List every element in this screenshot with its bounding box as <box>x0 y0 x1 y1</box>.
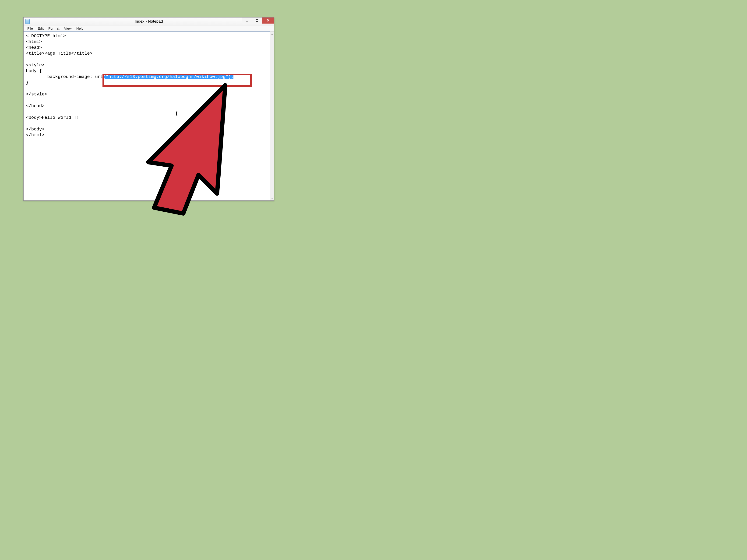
code-line: </html> <box>26 133 45 138</box>
editor-textarea[interactable]: <!DOCTYPE html> <html> <head> <title>Pag… <box>24 31 270 201</box>
minimize-icon <box>246 21 248 22</box>
code-line: </body> <box>26 127 45 132</box>
menu-view[interactable]: View <box>62 26 74 31</box>
code-line: background-image: url <box>26 74 103 79</box>
menu-format[interactable]: Format <box>46 26 62 31</box>
menu-file[interactable]: File <box>25 26 35 31</box>
titlebar[interactable]: Index - Notepad ✕ <box>24 18 274 25</box>
minimize-button[interactable] <box>242 18 252 24</box>
scroll-down-icon[interactable]: ▼ <box>270 196 274 201</box>
code-line: body { <box>26 69 42 74</box>
maximize-button[interactable] <box>252 18 262 24</box>
code-line: <head> <box>26 45 42 50</box>
selected-code: ("http://s13.postimg.org/ha1opcgnr/wikih… <box>103 74 234 79</box>
close-button[interactable]: ✕ <box>262 18 274 24</box>
code-line: <title>Page Title</title> <box>26 51 93 56</box>
close-icon: ✕ <box>266 19 269 22</box>
code-line: </style> <box>26 92 47 97</box>
notepad-icon <box>25 19 30 24</box>
vertical-scrollbar[interactable]: ▲ ▼ <box>270 31 274 201</box>
notepad-window: Index - Notepad ✕ File Edit Format View … <box>23 17 274 201</box>
window-controls: ✕ <box>242 18 274 24</box>
scroll-up-icon[interactable]: ▲ <box>270 31 274 36</box>
code-line: <!DOCTYPE html> <box>26 33 66 38</box>
code-line: } <box>26 80 28 85</box>
menubar: File Edit Format View Help <box>24 25 274 31</box>
menu-help[interactable]: Help <box>74 26 86 31</box>
code-line: <html> <box>26 39 42 44</box>
window-title: Index - Notepad <box>24 19 274 24</box>
code-line: </head> <box>26 103 45 108</box>
code-line: <style> <box>26 62 45 68</box>
maximize-icon <box>256 19 258 22</box>
code-line: <body>Hello World !! <box>26 115 79 120</box>
menu-edit[interactable]: Edit <box>35 26 46 31</box>
